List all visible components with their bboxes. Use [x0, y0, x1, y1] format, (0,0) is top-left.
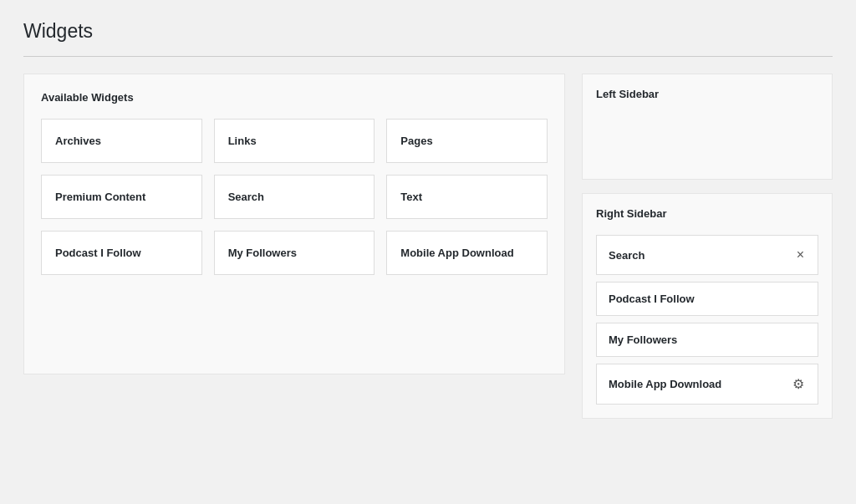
available-widgets-panel: Available Widgets ArchivesLinksPagesPrem… [23, 74, 565, 374]
right-sidebar-widget-label-mobile-app-download: Mobile App Download [609, 378, 721, 390]
sidebars-column: Left Sidebar Right Sidebar Search×Podcas… [582, 74, 833, 419]
right-sidebar-widget-settings-btn-mobile-app-download[interactable]: ⚙ [791, 374, 806, 394]
available-widget-links[interactable]: Links [214, 119, 375, 163]
available-widget-my-followers[interactable]: My Followers [214, 231, 375, 275]
available-widget-pages[interactable]: Pages [386, 119, 548, 163]
page-wrapper: Widgets Available Widgets ArchivesLinksP… [0, 0, 856, 439]
right-sidebar-widget-my-followers[interactable]: My Followers [596, 323, 818, 357]
right-sidebar-widget-label-search: Search [609, 249, 645, 262]
right-sidebar-widget-label-podcast-i-follow: Podcast I Follow [609, 293, 695, 305]
available-widget-text[interactable]: Text [386, 175, 548, 219]
right-sidebar-widget-search[interactable]: Search× [596, 235, 818, 275]
available-widgets-grid: ArchivesLinksPagesPremium ContentSearchT… [41, 119, 548, 275]
widgets-layout: Available Widgets ArchivesLinksPagesPrem… [23, 74, 833, 419]
right-sidebar-widget-podcast-i-follow[interactable]: Podcast I Follow [596, 282, 818, 316]
available-widget-archives[interactable]: Archives [41, 119, 202, 163]
available-widget-search[interactable]: Search [214, 175, 375, 219]
right-sidebar-title: Right Sidebar [596, 207, 818, 220]
available-widget-podcast-i-follow[interactable]: Podcast I Follow [41, 231, 202, 275]
right-sidebar-widget-mobile-app-download[interactable]: Mobile App Download⚙ [596, 364, 818, 405]
right-sidebar-widgets: Search×Podcast I FollowMy FollowersMobil… [596, 235, 818, 405]
left-sidebar-content [596, 115, 818, 165]
left-sidebar-title: Left Sidebar [596, 88, 818, 100]
right-sidebar-widget-close-btn-search[interactable]: × [795, 246, 806, 264]
left-sidebar-panel: Left Sidebar [582, 74, 833, 180]
available-widgets-title: Available Widgets [41, 91, 548, 104]
right-sidebar-widget-label-my-followers: My Followers [609, 333, 677, 346]
available-widget-premium-content[interactable]: Premium Content [41, 175, 202, 219]
divider [23, 56, 833, 57]
available-widget-mobile-app-download[interactable]: Mobile App Download [386, 231, 548, 275]
right-sidebar-panel: Right Sidebar Search×Podcast I FollowMy … [582, 193, 833, 419]
page-title: Widgets [23, 20, 833, 43]
